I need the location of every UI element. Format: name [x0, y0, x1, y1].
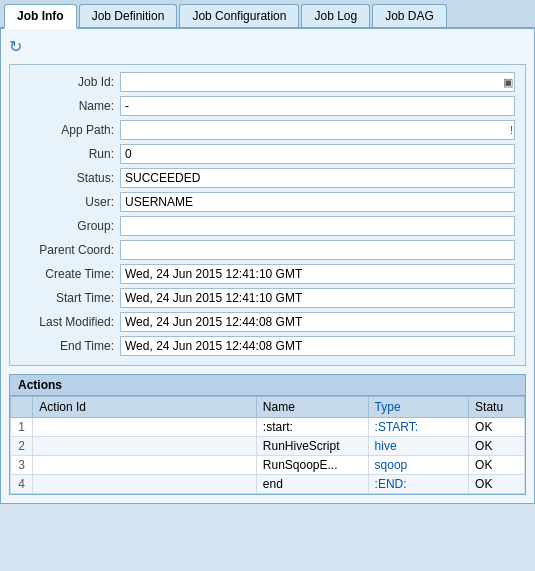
table-row: 4 end :END: OK [11, 475, 525, 494]
actions-section: Actions Action Id Name Type Statu 1 :sta… [9, 374, 526, 495]
user-label: User: [20, 195, 120, 209]
name-cell: :start: [256, 418, 368, 437]
tab-job-configuration[interactable]: Job Configuration [179, 4, 299, 27]
group-label: Group: [20, 219, 120, 233]
name-input[interactable] [120, 96, 515, 116]
status-cell: OK [469, 456, 525, 475]
app-path-row: App Path: ! [20, 119, 515, 141]
start-time-row: Start Time: [20, 287, 515, 309]
job-id-icon: ▣ [503, 76, 513, 89]
table-row: 2 RunHiveScript hive OK [11, 437, 525, 456]
app-path-icon: ! [510, 124, 513, 136]
run-label: Run: [20, 147, 120, 161]
main-content: ↻ Job Id: ▣ Name: App Path: ! Run: [0, 29, 535, 504]
tab-job-definition[interactable]: Job Definition [79, 4, 178, 27]
tab-job-dag[interactable]: Job DAG [372, 4, 447, 27]
type-cell: :START: [368, 418, 469, 437]
app-path-label: App Path: [20, 123, 120, 137]
end-time-label: End Time: [20, 339, 120, 353]
status-cell: OK [469, 418, 525, 437]
run-row: Run: [20, 143, 515, 165]
app-path-input[interactable] [120, 120, 515, 140]
create-time-label: Create Time: [20, 267, 120, 281]
start-time-input[interactable] [120, 288, 515, 308]
job-id-label: Job Id: [20, 75, 120, 89]
name-cell: end [256, 475, 368, 494]
table-header-row: Action Id Name Type Statu [11, 397, 525, 418]
action-id-cell [33, 418, 256, 437]
name-cell: RunHiveScript [256, 437, 368, 456]
refresh-row: ↻ [9, 37, 526, 56]
user-row: User: [20, 191, 515, 213]
col-action-id-header: Action Id [33, 397, 256, 418]
actions-table-wrapper: Action Id Name Type Statu 1 :start: :STA… [9, 395, 526, 495]
end-time-row: End Time: [20, 335, 515, 357]
row-num: 3 [11, 456, 33, 475]
row-num: 4 [11, 475, 33, 494]
table-row: 3 RunSqoopE... sqoop OK [11, 456, 525, 475]
end-time-input[interactable] [120, 336, 515, 356]
action-id-cell [33, 475, 256, 494]
actions-header: Actions [9, 374, 526, 395]
status-cell: OK [469, 437, 525, 456]
last-modified-label: Last Modified: [20, 315, 120, 329]
type-cell: :END: [368, 475, 469, 494]
user-input[interactable] [120, 192, 515, 212]
parent-coord-input[interactable] [120, 240, 515, 260]
job-info-form: Job Id: ▣ Name: App Path: ! Run: Status: [9, 64, 526, 366]
run-input[interactable] [120, 144, 515, 164]
app-path-field-wrapper: ! [120, 120, 515, 140]
action-id-cell [33, 456, 256, 475]
group-input[interactable] [120, 216, 515, 236]
status-label: Status: [20, 171, 120, 185]
action-id-cell [33, 437, 256, 456]
row-num: 2 [11, 437, 33, 456]
col-status-header: Statu [469, 397, 525, 418]
status-row: Status: [20, 167, 515, 189]
job-id-row: Job Id: ▣ [20, 71, 515, 93]
name-label: Name: [20, 99, 120, 113]
group-row: Group: [20, 215, 515, 237]
actions-table: Action Id Name Type Statu 1 :start: :STA… [10, 396, 525, 494]
parent-coord-label: Parent Coord: [20, 243, 120, 257]
table-row: 1 :start: :START: OK [11, 418, 525, 437]
row-num: 1 [11, 418, 33, 437]
type-cell: hive [368, 437, 469, 456]
col-name-header: Name [256, 397, 368, 418]
job-id-input[interactable] [120, 72, 515, 92]
col-type-header: Type [368, 397, 469, 418]
col-num-header [11, 397, 33, 418]
last-modified-input[interactable] [120, 312, 515, 332]
last-modified-row: Last Modified: [20, 311, 515, 333]
tab-bar: Job Info Job Definition Job Configuratio… [0, 0, 535, 29]
parent-coord-row: Parent Coord: [20, 239, 515, 261]
create-time-row: Create Time: [20, 263, 515, 285]
status-input[interactable] [120, 168, 515, 188]
name-cell: RunSqoopE... [256, 456, 368, 475]
start-time-label: Start Time: [20, 291, 120, 305]
tab-job-info[interactable]: Job Info [4, 4, 77, 29]
job-id-field-wrapper: ▣ [120, 72, 515, 92]
status-cell: OK [469, 475, 525, 494]
refresh-icon[interactable]: ↻ [9, 38, 22, 55]
tab-job-log[interactable]: Job Log [301, 4, 370, 27]
name-row: Name: [20, 95, 515, 117]
create-time-input[interactable] [120, 264, 515, 284]
type-cell: sqoop [368, 456, 469, 475]
